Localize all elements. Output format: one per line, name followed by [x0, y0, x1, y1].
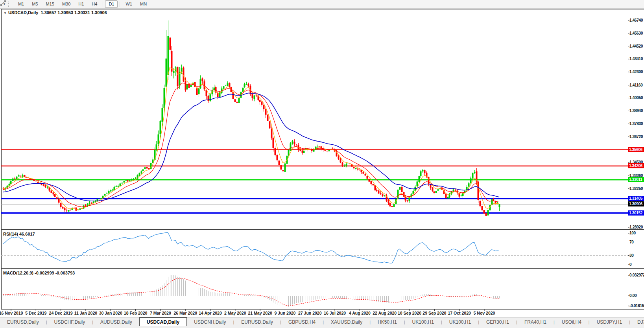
chart-tab-ger30-11[interactable]: GER30,H1 [479, 317, 516, 326]
chart-title: ▼USDCAD,Daily 1.30657 1.30953 1.30331 1.… [4, 10, 107, 15]
timeframe-button-w1[interactable]: W1 [122, 0, 136, 8]
chart-tab-usdcad-3[interactable]: USDCAD,Daily [139, 317, 187, 326]
price-tick-label: 1.43410 [629, 57, 644, 61]
price-tick-label: 1.36720 [629, 135, 644, 139]
chart-tab-gbpusd-6[interactable]: GBPUSD,H4 [281, 317, 323, 326]
price-tag-1.31405: 1.31405 [628, 196, 644, 201]
date-label: 21 May 2020 [248, 311, 272, 315]
date-label: 7 Mar 2020 [150, 311, 171, 315]
price-tick-label: 1.46740 [629, 18, 644, 22]
date-label: 5 Nov 2020 [474, 311, 495, 315]
rsi-value: 46.6017 [19, 232, 35, 236]
macd-values: -0.002999 -0.003793 [35, 271, 75, 275]
trading-terminal: ▼ M1M5M15M30H1H4D1W1MN ▼USDCAD,Daily 1.3… [0, 0, 644, 328]
date-label: 24 Dec 2019 [49, 311, 73, 315]
date-label: 16 Nov 2019 [0, 311, 23, 315]
date-label: 14 Apr 2020 [199, 311, 222, 315]
chart-tab-usdchf-1[interactable]: USDCHF,Daily [47, 317, 92, 326]
ma-mid-line [3, 83, 499, 207]
date-label: 29 Sep 2020 [423, 311, 446, 315]
timeframe-button-m15[interactable]: M15 [42, 0, 57, 8]
macd-axis-label: 0.00 [629, 293, 644, 298]
price-tick-label: 1.28920 [629, 225, 644, 229]
chart-tab-dj30-15[interactable]: DJ30,Daily [630, 317, 644, 326]
chart-tab-usdcnh-4[interactable]: USDCNH,Daily [187, 317, 233, 326]
date-label: 22 Aug 2020 [373, 311, 397, 315]
chart-tab-bar: EURUSD,Daily|USDCHF,Daily|AUDUSD,DailyUS… [0, 317, 644, 326]
price-tag-1.30906: 1.30906 [628, 201, 644, 206]
bear-candle-wicks [4, 37, 496, 223]
rsi-line [3, 232, 499, 263]
rsi-axis-label: 30 [629, 253, 644, 258]
ma-slow-line [3, 93, 499, 201]
price-tick-label: 1.32250 [629, 186, 644, 191]
date-label: 16 Jul 2020 [324, 311, 346, 315]
price-tag-1.33011: 1.33011 [628, 177, 644, 182]
price-tag-1.35606: 1.35606 [628, 147, 644, 152]
rsi-indicator-label: RSI(14) 46.6017 [3, 232, 35, 236]
price-tick-label: 1.40050 [629, 96, 644, 100]
rsi-axis-label: 0 [629, 262, 644, 267]
timeframe-button-h1[interactable]: H1 [75, 0, 87, 8]
timeframe-button-m1[interactable]: M1 [15, 0, 28, 8]
price-chart-canvas[interactable] [0, 0, 644, 317]
price-tag-1.30152: 1.30152 [628, 210, 644, 216]
date-label: 5 Dec 2019 [25, 311, 46, 315]
date-label: 27 Jun 2020 [298, 311, 322, 315]
macd-axis-label: 0.032972 [629, 273, 644, 277]
date-label: 4 Aug 2020 [349, 311, 371, 315]
timeframe-button-d1[interactable]: D1 [105, 0, 118, 8]
price-tick-label: 1.37830 [629, 122, 644, 126]
date-label: 9 Jun 2020 [275, 311, 296, 315]
chart-tab-usdjpy-14[interactable]: USDJPY,H1 [590, 317, 629, 326]
chart-tab-audusd-2[interactable]: AUDUSD,Daily [93, 317, 139, 326]
toolbar-separator [120, 2, 120, 7]
toolbar-separator [103, 2, 103, 7]
chart-tab-xauusd-7[interactable]: XAUUSD,Daily [324, 317, 369, 326]
macd-axis-label: -0.018154 [629, 304, 644, 308]
status-strip [0, 326, 644, 328]
chart-tab-uk100-10[interactable]: UK100,H1 [442, 317, 478, 326]
chart-tab-fra40-12[interactable]: FRA40,H1 [517, 317, 554, 326]
price-tick-label: 1.45630 [629, 31, 644, 35]
date-label: 11 Jan 2020 [74, 311, 97, 315]
timeframe-button-m5[interactable]: M5 [28, 0, 41, 8]
date-label: 17 Oct 2020 [448, 311, 471, 315]
macd-name: MACD(12,26,9) [3, 271, 33, 275]
date-label: 18 Feb 2020 [124, 311, 148, 315]
collapse-triangle-icon: ▼ [4, 11, 7, 15]
price-tick-label: 1.41160 [629, 83, 644, 87]
chart-ohlc-values: 1.30657 1.30953 1.30331 1.30906 [41, 10, 107, 15]
chart-tab-uk100-9[interactable]: UK100,H1 [405, 317, 441, 326]
chart-tab-eurusd-0[interactable]: EURUSD,Daily [0, 317, 46, 326]
date-label: 2 May 2020 [224, 311, 246, 315]
price-tick-label: 1.44520 [629, 44, 644, 48]
macd-indicator-label: MACD(12,26,9) -0.002999 -0.003793 [3, 271, 75, 275]
timeframe-button-h4[interactable]: H4 [88, 0, 101, 8]
bull-candle-bodies [5, 36, 500, 216]
bear-candle-bodies [3, 38, 496, 216]
date-label: 30 Jan 2020 [99, 311, 122, 315]
chart-tab-usoil-13[interactable]: USOil,H4 [555, 317, 589, 326]
cursor-tool-button[interactable]: ▼ [0, 0, 7, 8]
macd-histogram [4, 275, 500, 308]
timeframe-button-mn[interactable]: MN [137, 0, 150, 8]
crosshair-tool-icon [0, 0, 7, 6]
rsi-axis-label: 100 [629, 231, 644, 235]
price-tag-1.34206: 1.34206 [628, 163, 644, 168]
toolbar-grip[interactable] [8, 2, 11, 7]
date-label: 26 Mar 2020 [173, 311, 197, 315]
timeframe-button-m30[interactable]: M30 [59, 0, 74, 8]
price-tick-label: 1.38940 [629, 109, 644, 113]
timeframe-buttons: M1M5M15M30H1H4D1W1MN [13, 0, 152, 8]
chart-tab-eurusd-5[interactable]: EURUSD,Daily [234, 317, 280, 326]
rsi-axis-label: 70 [629, 240, 644, 244]
chart-tab-hk50-8[interactable]: HK50,H1 [371, 317, 404, 326]
chart-symbol: USDCAD,Daily [8, 10, 38, 15]
macd-signal-line [3, 278, 499, 306]
date-label: 10 Sep 2020 [398, 311, 421, 315]
price-tick-label: 1.42300 [629, 70, 644, 74]
rsi-name: RSI(14) [3, 232, 18, 236]
timeframe-toolbar: ▼ M1M5M15M30H1H4D1W1MN [0, 0, 644, 9]
bull-candle-wicks [6, 20, 500, 217]
